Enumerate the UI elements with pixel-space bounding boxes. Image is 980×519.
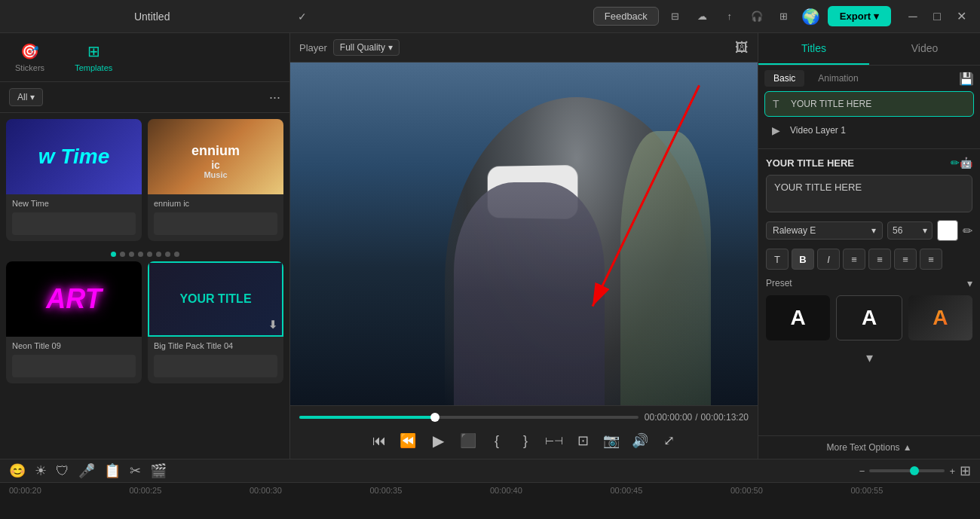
dot-1 xyxy=(111,252,116,257)
timeline-ruler: 00:00:20 00:00:25 00:00:30 00:00:35 00:0… xyxy=(0,483,980,498)
bold-button[interactable]: B xyxy=(792,249,814,270)
globe-icon[interactable]: 🌍 xyxy=(801,6,822,27)
volume-button[interactable]: 🔊 xyxy=(629,430,651,451)
save-preset-icon[interactable]: 💾 xyxy=(959,72,974,86)
dot-8 xyxy=(174,252,179,257)
screen-button[interactable]: ⊡ xyxy=(572,430,593,451)
export-button[interactable]: Export ▾ xyxy=(828,6,891,26)
card-placeholder-3 xyxy=(12,355,136,377)
left-tabs: 🎯 Stickers ⊞ Templates xyxy=(0,33,289,82)
zoom-in-icon[interactable]: + xyxy=(949,466,955,477)
video-area xyxy=(290,63,758,405)
filter-all-button[interactable]: All ▾ xyxy=(9,88,43,106)
more-options-button[interactable]: ··· xyxy=(269,90,280,105)
upload-icon[interactable]: ↑ xyxy=(719,6,740,27)
timeline-shield-icon[interactable]: 🛡 xyxy=(56,463,69,479)
zoom-track[interactable] xyxy=(869,469,945,472)
split-button[interactable]: ⊢⊣ xyxy=(544,430,565,451)
ruler-mark-7: 00:00:50 xyxy=(730,486,851,495)
property-title: YOUR TITLE HERE xyxy=(766,157,854,169)
stop-button[interactable]: ⬛ xyxy=(458,430,479,451)
monitor-icon[interactable]: ⊟ xyxy=(665,6,686,27)
maximize-button[interactable]: □ xyxy=(927,7,947,26)
mark-out-button[interactable]: } xyxy=(515,430,536,451)
grid-icon[interactable]: ⊞ xyxy=(773,6,795,27)
templates-label: Templates xyxy=(75,63,112,72)
color-swatch[interactable] xyxy=(937,220,958,241)
ruler-mark-2: 00:00:25 xyxy=(130,486,250,495)
player-label: Player xyxy=(299,42,327,53)
card-placeholder-1 xyxy=(12,212,136,235)
subtab-basic[interactable]: Basic xyxy=(764,70,804,87)
layer-video[interactable]: ▶ Video Layer 1 xyxy=(764,118,974,142)
preset-card-2[interactable]: A xyxy=(836,295,902,340)
fullscreen-button[interactable]: ⤢ xyxy=(658,430,679,451)
preset-card-1[interactable]: A xyxy=(766,295,830,340)
zoom-controls: − + ⊞ xyxy=(859,463,971,479)
dot-6 xyxy=(156,252,161,257)
ai-edit-icon[interactable]: ✏🤖 xyxy=(951,157,972,169)
window-controls: ─ □ ✕ xyxy=(903,7,971,26)
save-cloud-icon[interactable]: ☁ xyxy=(692,6,713,27)
more-text-options[interactable]: More Text Options ▲ xyxy=(758,435,980,459)
preset-chevron[interactable]: ▾ xyxy=(967,277,972,289)
tab-templates[interactable]: ⊞ Templates xyxy=(69,39,118,75)
align-right-button[interactable]: ≡ xyxy=(894,249,917,270)
align-center-button[interactable]: ≡ xyxy=(868,249,891,270)
skip-back-button[interactable]: ⏮ xyxy=(369,430,390,451)
italic-button[interactable]: I xyxy=(817,249,840,270)
tab-titles[interactable]: Titles xyxy=(758,33,869,65)
timeline-list-icon[interactable]: 📋 xyxy=(104,463,121,479)
justify-button[interactable]: ≡ xyxy=(920,249,942,270)
card-label-3: Neon Title 09 xyxy=(6,337,142,355)
timeline-scissors-icon[interactable]: ✂ xyxy=(130,463,141,479)
ruler-mark-6: 00:00:45 xyxy=(611,486,731,495)
titlebar: Untitled ✓ Feedback ⊟ ☁ ↑ 🎧 ⊞ 🌍 Export ▾… xyxy=(0,0,980,33)
right-panel: Titles Video Basic Animation 💾 T YOUR TI… xyxy=(758,33,980,459)
timeline-sun-icon[interactable]: ☀ xyxy=(35,463,47,479)
minimize-button[interactable]: ─ xyxy=(903,7,923,26)
preset-letter-1: A xyxy=(791,306,806,330)
pen-icon[interactable]: ✏ xyxy=(963,224,972,238)
layer-title-label: YOUR TITLE HERE xyxy=(791,99,966,109)
headphones-icon[interactable]: 🎧 xyxy=(746,6,767,27)
snapshot-button[interactable]: 📷 xyxy=(601,430,622,451)
quality-select[interactable]: Full Quality ▾ xyxy=(333,39,400,56)
close-button[interactable]: ✕ xyxy=(951,7,971,26)
layer-title[interactable]: T YOUR TITLE HERE xyxy=(764,91,974,117)
subtab-animation[interactable]: Animation xyxy=(809,70,867,87)
timeline-face-icon[interactable]: 😊 xyxy=(9,463,26,479)
template-card-neon[interactable]: ART Neon Title 09 xyxy=(6,261,142,383)
template-card-big-title[interactable]: YOUR TITLE ⬇ Big Title Pack Title 04 xyxy=(148,261,283,383)
preset-label: Preset xyxy=(766,278,792,289)
title-text-field[interactable]: YOUR TITLE HERE xyxy=(766,175,972,212)
step-back-button[interactable]: ⏪ xyxy=(397,430,418,451)
timeline-mic-icon[interactable]: 🎤 xyxy=(78,463,95,479)
zoom-out-icon[interactable]: − xyxy=(859,466,865,477)
align-left-button[interactable]: ≡ xyxy=(843,249,865,270)
tab-stickers[interactable]: 🎯 Stickers xyxy=(9,39,51,75)
preset-scroll-down-icon[interactable]: ▾ xyxy=(866,350,873,365)
card-preview-2: ennium ic Music xyxy=(148,119,283,194)
preset-card-3[interactable]: A xyxy=(908,295,972,340)
image-icon[interactable]: 🖼 xyxy=(735,40,749,56)
play-button[interactable]: ▶ xyxy=(426,429,450,453)
template-card-new-time[interactable]: w Time New Time xyxy=(6,119,142,241)
feedback-button[interactable]: Feedback xyxy=(593,7,659,26)
tab-video[interactable]: Video xyxy=(869,33,980,65)
size-select[interactable]: 56 ▾ xyxy=(887,221,933,240)
mark-in-button[interactable]: { xyxy=(486,430,507,451)
ruler-mark-1: 00:00:20 xyxy=(9,486,130,495)
text-format-btn[interactable]: T xyxy=(766,249,789,270)
preset-letter-2: A xyxy=(862,306,877,330)
font-select[interactable]: Raleway E ▾ xyxy=(766,221,883,240)
progress-track[interactable] xyxy=(299,416,639,419)
layers-section: Basic Animation 💾 T YOUR TITLE HERE ▶ Vi… xyxy=(758,66,980,149)
template-card-music[interactable]: ennium ic Music ennium ic xyxy=(148,119,283,241)
timeline-media-icon[interactable]: 🎬 xyxy=(150,463,167,479)
dot-7 xyxy=(165,252,170,257)
timeline-toolbar: 😊 ☀ 🛡 🎤 📋 ✂ 🎬 − + ⊞ xyxy=(0,459,980,483)
grid-view-icon[interactable]: ⊞ xyxy=(960,463,971,479)
card-label-1: New Time xyxy=(6,194,142,212)
app-title: Untitled xyxy=(15,11,289,23)
